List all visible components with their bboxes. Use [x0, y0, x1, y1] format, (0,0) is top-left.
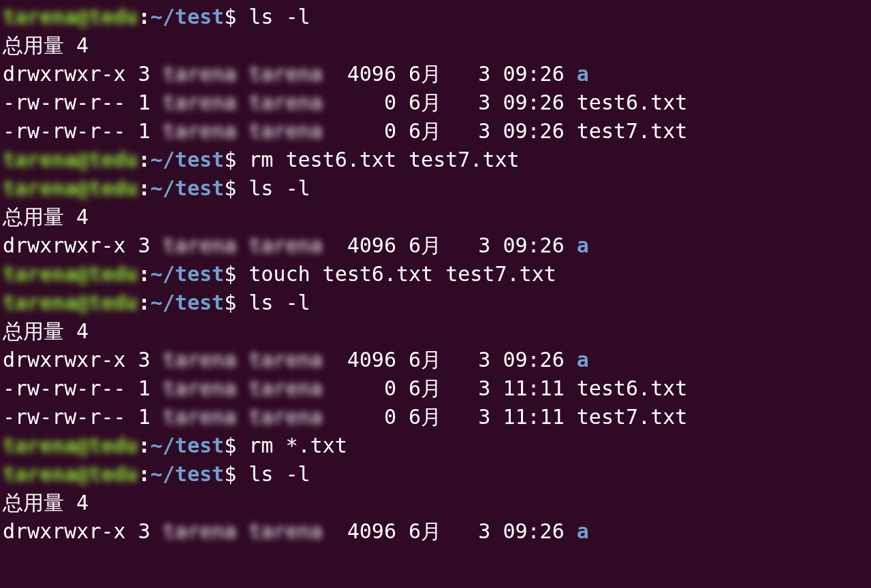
ls-row: drwxrwxr-x 3 tarena tarena 4096 6月 3 09:… [3, 231, 868, 260]
ls-row: drwxrwxr-x 3 tarena tarena 4096 6月 3 09:… [3, 60, 868, 88]
command-text: rm *.txt [249, 434, 347, 457]
prompt-path-tilde: ~ [151, 176, 163, 200]
file-permissions: drwxrwxr-x 3 [3, 233, 163, 257]
prompt-path-tilde: ~ [151, 148, 163, 172]
prompt-dollar: $ [224, 291, 249, 314]
directory-name: a [577, 519, 589, 543]
command-text: rm test6.txt test7.txt [249, 148, 519, 172]
command-text: ls -l [249, 176, 310, 200]
output-line: 总用量 4 [3, 203, 868, 231]
prompt-line: tarena@tedu:~/test$ ls -l [3, 3, 868, 31]
directory-name: a [577, 233, 589, 257]
prompt-dollar: $ [224, 262, 249, 286]
directory-name: a [577, 62, 589, 86]
terminal-output[interactable]: tarena@tedu:~/test$ ls -l总用量 4drwxrwxr-x… [3, 3, 868, 546]
file-permissions: drwxrwxr-x 3 [3, 62, 163, 86]
file-size-date: 4096 6月 3 09:26 [323, 62, 577, 86]
prompt-path-tilde: ~ [151, 5, 163, 29]
owner-group-blurred: tarena tarena [163, 517, 323, 546]
owner-group-blurred: tarena tarena [163, 374, 323, 403]
prompt-separator: : [138, 5, 151, 29]
prompt-line: tarena@tedu:~/test$ ls -l [3, 174, 868, 203]
user-host-blurred: tarena@tedu [3, 431, 138, 460]
prompt-path-dir: /test [163, 434, 224, 457]
file-name: test6.txt [577, 91, 688, 114]
ls-row: -rw-rw-r-- 1 tarena tarena 0 6月 3 11:11 … [3, 374, 868, 403]
file-permissions: -rw-rw-r-- 1 [3, 119, 163, 143]
file-size-date: 4096 6月 3 09:26 [323, 233, 577, 257]
file-permissions: drwxrwxr-x 3 [3, 348, 163, 372]
user-host-blurred: tarena@tedu [3, 146, 138, 174]
output-line: 总用量 4 [3, 489, 868, 517]
file-name: test7.txt [577, 405, 688, 429]
user-host-blurred: tarena@tedu [3, 460, 138, 489]
directory-name: a [577, 348, 589, 372]
owner-group-blurred: tarena tarena [163, 117, 323, 146]
prompt-separator: : [138, 262, 151, 286]
prompt-path-dir: /test [163, 291, 224, 314]
file-permissions: drwxrwxr-x 3 [3, 519, 163, 543]
ls-row: -rw-rw-r-- 1 tarena tarena 0 6月 3 09:26 … [3, 88, 868, 117]
prompt-dollar: $ [224, 462, 249, 486]
prompt-path-tilde: ~ [151, 262, 163, 286]
ls-row: -rw-rw-r-- 1 tarena tarena 0 6月 3 09:26 … [3, 117, 868, 146]
prompt-line: tarena@tedu:~/test$ rm *.txt [3, 431, 868, 460]
output-line: 总用量 4 [3, 317, 868, 346]
ls-row: drwxrwxr-x 3 tarena tarena 4096 6月 3 09:… [3, 346, 868, 374]
ls-row: drwxrwxr-x 3 tarena tarena 4096 6月 3 09:… [3, 517, 868, 546]
user-host-blurred: tarena@tedu [3, 289, 138, 317]
command-text: touch test6.txt test7.txt [249, 262, 556, 286]
file-name: test6.txt [577, 376, 688, 400]
prompt-path-tilde: ~ [151, 434, 163, 457]
ls-row: -rw-rw-r-- 1 tarena tarena 0 6月 3 11:11 … [3, 403, 868, 431]
prompt-separator: : [138, 434, 151, 457]
prompt-dollar: $ [224, 5, 249, 29]
prompt-line: tarena@tedu:~/test$ rm test6.txt test7.t… [3, 146, 868, 174]
prompt-separator: : [138, 291, 151, 314]
prompt-path-tilde: ~ [151, 291, 163, 314]
owner-group-blurred: tarena tarena [163, 88, 323, 117]
prompt-path-tilde: ~ [151, 462, 163, 486]
owner-group-blurred: tarena tarena [163, 403, 323, 431]
file-size-date: 0 6月 3 09:26 [323, 119, 577, 143]
user-host-blurred: tarena@tedu [3, 3, 138, 31]
command-text: ls -l [249, 5, 310, 29]
user-host-blurred: tarena@tedu [3, 260, 138, 289]
prompt-path-dir: /test [163, 176, 224, 200]
file-size-date: 0 6月 3 11:11 [323, 376, 577, 400]
prompt-dollar: $ [224, 434, 249, 457]
prompt-line: tarena@tedu:~/test$ touch test6.txt test… [3, 260, 868, 289]
file-permissions: -rw-rw-r-- 1 [3, 376, 163, 400]
prompt-line: tarena@tedu:~/test$ ls -l [3, 289, 868, 317]
file-permissions: -rw-rw-r-- 1 [3, 405, 163, 429]
prompt-separator: : [138, 148, 151, 172]
output-line: 总用量 4 [3, 31, 868, 60]
prompt-separator: : [138, 462, 151, 486]
prompt-line: tarena@tedu:~/test$ ls -l [3, 460, 868, 489]
prompt-dollar: $ [224, 176, 249, 200]
command-text: ls -l [249, 462, 310, 486]
file-size-date: 0 6月 3 09:26 [323, 91, 577, 114]
prompt-path-dir: /test [163, 262, 224, 286]
owner-group-blurred: tarena tarena [163, 60, 323, 88]
user-host-blurred: tarena@tedu [3, 174, 138, 203]
prompt-path-dir: /test [163, 5, 224, 29]
file-permissions: -rw-rw-r-- 1 [3, 91, 163, 114]
file-name: test7.txt [577, 119, 688, 143]
file-size-date: 0 6月 3 11:11 [323, 405, 577, 429]
prompt-path-dir: /test [163, 148, 224, 172]
prompt-path-dir: /test [163, 462, 224, 486]
command-text: ls -l [249, 291, 310, 314]
owner-group-blurred: tarena tarena [163, 231, 323, 260]
file-size-date: 4096 6月 3 09:26 [323, 519, 577, 543]
file-size-date: 4096 6月 3 09:26 [323, 348, 577, 372]
prompt-dollar: $ [224, 148, 249, 172]
owner-group-blurred: tarena tarena [163, 346, 323, 374]
prompt-separator: : [138, 176, 151, 200]
